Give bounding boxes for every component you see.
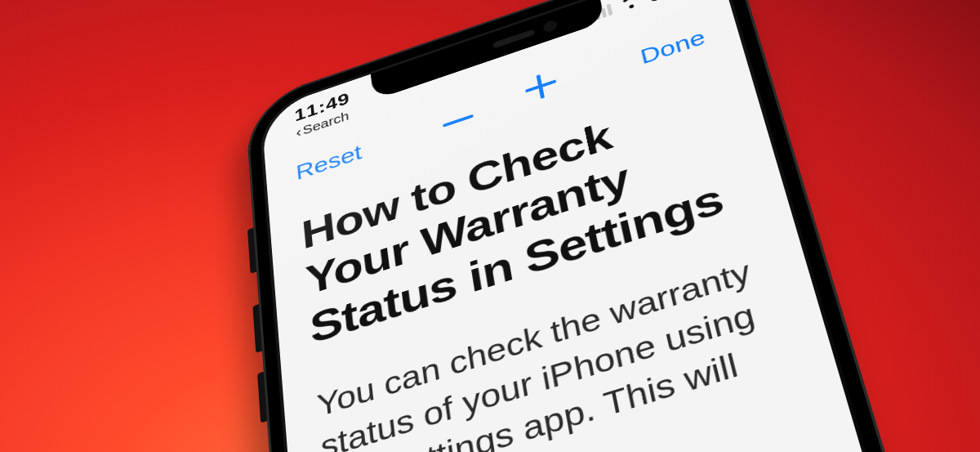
photo-stage: 11:49 ‹ Search ⚡︎ Reset Done — [0, 0, 980, 452]
iphone-device: 11:49 ‹ Search ⚡︎ Reset Done — [245, 0, 980, 452]
increase-text-button[interactable] — [523, 72, 559, 110]
status-bar-right: ⚡︎ — [588, 0, 685, 23]
wifi-icon — [619, 0, 642, 11]
plus-icon — [523, 69, 558, 103]
battery-charging-icon: ⚡︎ — [648, 0, 685, 2]
reset-button[interactable]: Reset — [295, 140, 363, 185]
decrease-text-button[interactable] — [440, 98, 475, 136]
done-button[interactable]: Done — [638, 25, 708, 69]
chevron-left-icon: ‹ — [296, 125, 302, 140]
minus-icon — [443, 114, 474, 128]
iphone-screen: 11:49 ‹ Search ⚡︎ Reset Done — [261, 0, 980, 452]
status-bar-left: 11:49 ‹ Search — [294, 88, 353, 140]
